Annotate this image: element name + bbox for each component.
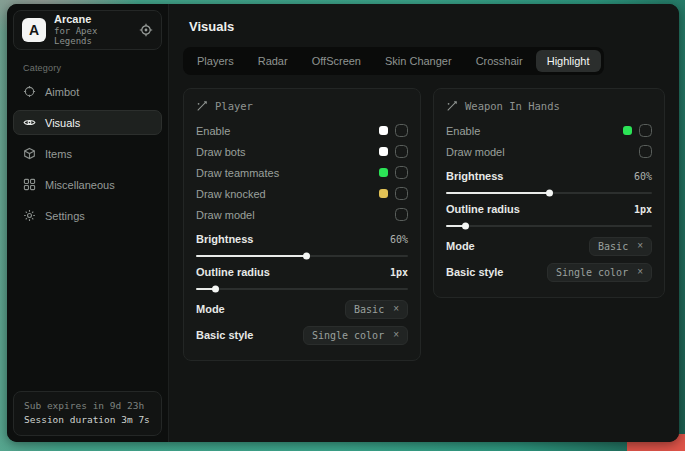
app-title: Arcane bbox=[54, 13, 131, 26]
color-swatch[interactable] bbox=[379, 168, 388, 177]
toggle-label: Enable bbox=[446, 125, 480, 137]
checkbox[interactable] bbox=[395, 166, 408, 179]
toggle-label: Enable bbox=[196, 125, 230, 137]
main-content: Visuals Players Radar OffScreen Skin Cha… bbox=[169, 4, 679, 442]
page-title: Visuals bbox=[189, 19, 665, 34]
color-swatch[interactable] bbox=[379, 147, 388, 156]
sidebar-item-label: Visuals bbox=[45, 117, 80, 129]
gear-icon bbox=[23, 209, 36, 222]
toggle-row-enable: Enable bbox=[196, 120, 408, 141]
visuals-tabbar: Players Radar OffScreen Skin Changer Cro… bbox=[183, 47, 604, 75]
slider-thumb[interactable] bbox=[212, 286, 219, 293]
chip-value: Basic bbox=[598, 241, 628, 252]
slider-fill bbox=[196, 255, 306, 257]
checkbox[interactable] bbox=[395, 187, 408, 200]
category-section-label: Category bbox=[23, 63, 162, 73]
mode-chip[interactable]: Basic × bbox=[589, 237, 652, 256]
toggle-label: Draw model bbox=[446, 146, 505, 158]
sidebar-item-aimbot[interactable]: Aimbot bbox=[13, 79, 162, 104]
slider-track[interactable] bbox=[196, 255, 408, 257]
slider-track[interactable] bbox=[446, 225, 652, 227]
setting-label: Mode bbox=[196, 303, 225, 315]
chip-remove-icon[interactable]: × bbox=[637, 241, 643, 251]
checkbox[interactable] bbox=[639, 124, 652, 137]
toggle-row-draw-bots: Draw bots bbox=[196, 141, 408, 162]
outline-radius-slider: Outline radius 1px bbox=[196, 263, 408, 290]
sidebar-item-label: Aimbot bbox=[45, 86, 79, 98]
checkbox[interactable] bbox=[395, 124, 408, 137]
color-swatch[interactable] bbox=[379, 126, 388, 135]
sidebar-nav: Aimbot Visuals Items bbox=[13, 79, 162, 228]
crosshair-icon[interactable] bbox=[139, 23, 153, 37]
subscription-info-card: Sub expires in 9d 23h Session duration 3… bbox=[13, 391, 162, 436]
sidebar-item-label: Settings bbox=[45, 210, 85, 222]
brightness-slider: Brightness 60% bbox=[196, 230, 408, 257]
slider-fill bbox=[196, 288, 215, 290]
setting-label: Basic style bbox=[446, 266, 503, 278]
panel-title: Weapon In Hands bbox=[465, 100, 560, 112]
session-duration-text: Session duration 3m 7s bbox=[24, 413, 151, 428]
sidebar-item-miscellaneous[interactable]: Miscellaneous bbox=[13, 172, 162, 197]
toggle-label: Draw bots bbox=[196, 146, 246, 158]
slider-thumb[interactable] bbox=[303, 253, 310, 260]
slider-label: Brightness bbox=[196, 233, 253, 245]
toggle-label: Draw knocked bbox=[196, 188, 266, 200]
mode-setting-row: Mode Basic × bbox=[446, 233, 652, 259]
app-subtitle: for Apex Legends bbox=[54, 26, 131, 47]
chip-value: Single color bbox=[312, 330, 384, 341]
sub-expires-text: Sub expires in 9d 23h bbox=[24, 399, 151, 414]
checkbox[interactable] bbox=[639, 145, 652, 158]
eye-icon bbox=[23, 116, 36, 129]
grid-icon bbox=[23, 178, 36, 191]
toggle-row-draw-teammates: Draw teammates bbox=[196, 162, 408, 183]
slider-value: 60% bbox=[390, 234, 408, 245]
slider-value: 1px bbox=[634, 204, 652, 215]
tab-skin-changer[interactable]: Skin Changer bbox=[374, 50, 463, 72]
chip-remove-icon[interactable]: × bbox=[637, 267, 643, 277]
chip-remove-icon[interactable]: × bbox=[393, 330, 399, 340]
slider-value: 1px bbox=[390, 267, 408, 278]
color-swatch[interactable] bbox=[623, 126, 632, 135]
app-window: A Arcane for Apex Legends Category Aimbo… bbox=[7, 4, 679, 442]
slider-thumb[interactable] bbox=[462, 223, 469, 230]
toggle-row-draw-model: Draw model bbox=[196, 204, 408, 225]
basic-style-setting-row: Basic style Single color × bbox=[196, 322, 408, 348]
tab-highlight[interactable]: Highlight bbox=[536, 50, 601, 72]
tab-crosshair[interactable]: Crosshair bbox=[465, 50, 534, 72]
slider-track[interactable] bbox=[196, 288, 408, 290]
reticle-icon bbox=[23, 85, 36, 98]
chip-value: Basic bbox=[354, 304, 384, 315]
slider-fill bbox=[446, 192, 549, 194]
brand-card: A Arcane for Apex Legends bbox=[13, 10, 162, 50]
basic-style-chip[interactable]: Single color × bbox=[303, 326, 408, 345]
sidebar-item-items[interactable]: Items bbox=[13, 141, 162, 166]
mode-chip[interactable]: Basic × bbox=[345, 300, 408, 319]
toggle-row-draw-model: Draw model bbox=[446, 141, 652, 162]
setting-label: Mode bbox=[446, 240, 475, 252]
basic-style-chip[interactable]: Single color × bbox=[547, 263, 652, 282]
slider-thumb[interactable] bbox=[546, 190, 553, 197]
checkbox[interactable] bbox=[395, 145, 408, 158]
brightness-slider: Brightness 60% bbox=[446, 167, 652, 194]
slider-label: Brightness bbox=[446, 170, 503, 182]
tab-offscreen[interactable]: OffScreen bbox=[301, 50, 372, 72]
sidebar-item-settings[interactable]: Settings bbox=[13, 203, 162, 228]
tab-radar[interactable]: Radar bbox=[247, 50, 299, 72]
chip-remove-icon[interactable]: × bbox=[393, 304, 399, 314]
wand-icon bbox=[196, 100, 208, 112]
basic-style-setting-row: Basic style Single color × bbox=[446, 259, 652, 285]
slider-label: Outline radius bbox=[196, 266, 270, 278]
color-swatch[interactable] bbox=[379, 189, 388, 198]
checkbox[interactable] bbox=[395, 208, 408, 221]
sidebar: A Arcane for Apex Legends Category Aimbo… bbox=[7, 4, 169, 442]
toggle-row-draw-knocked: Draw knocked bbox=[196, 183, 408, 204]
tab-players[interactable]: Players bbox=[186, 50, 245, 72]
slider-value: 60% bbox=[634, 171, 652, 182]
wand-icon bbox=[446, 100, 458, 112]
sidebar-item-visuals[interactable]: Visuals bbox=[13, 110, 162, 135]
chip-value: Single color bbox=[556, 267, 628, 278]
panel-title: Player bbox=[215, 100, 253, 112]
box-icon bbox=[23, 147, 36, 160]
slider-track[interactable] bbox=[446, 192, 652, 194]
mode-setting-row: Mode Basic × bbox=[196, 296, 408, 322]
